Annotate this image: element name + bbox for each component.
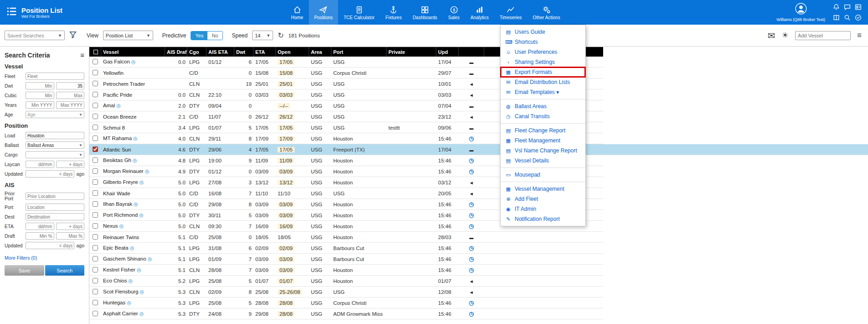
menu-item-notification-report[interactable]: ✎Notification Report xyxy=(501,214,585,224)
search-button[interactable]: Search xyxy=(45,265,85,276)
open-date-link[interactable]: 15/08 xyxy=(278,70,294,76)
vessel-info-icon[interactable]: ◎ xyxy=(140,179,144,185)
column-header-ais-eta[interactable]: AIS ETA xyxy=(207,47,234,57)
load-input[interactable] xyxy=(26,132,84,139)
menu-item-vessel-management[interactable]: ▦Vessel Management xyxy=(501,184,585,194)
vessel-info-icon[interactable]: ◎ xyxy=(139,212,144,218)
nav-tce-calculator[interactable]: TCE Calculator xyxy=(338,0,380,25)
menu-item-users-guide[interactable]: ▤Users Guide xyxy=(501,27,585,37)
open-date-link[interactable]: 02/09 xyxy=(278,246,294,251)
book-icon[interactable] xyxy=(832,13,841,22)
row-checkbox[interactable] xyxy=(93,300,98,305)
row-checkbox[interactable] xyxy=(93,157,98,163)
vessel-info-icon[interactable]: ◎ xyxy=(133,136,138,141)
vessel-info-icon[interactable]: ◎ xyxy=(140,289,144,294)
open-date-link[interactable]: 11/09 xyxy=(278,158,294,163)
brightness-icon[interactable]: ☀ xyxy=(782,31,789,39)
port-input[interactable] xyxy=(26,204,84,211)
row-checkbox[interactable] xyxy=(93,179,98,185)
open-date-link[interactable]: 26/12 xyxy=(278,114,294,120)
eta-input[interactable] xyxy=(26,223,54,230)
predictive-yes-button[interactable]: Yes xyxy=(191,31,207,40)
prior-port-input[interactable] xyxy=(26,193,84,200)
nav-dashboards[interactable]: Dashboards xyxy=(407,0,443,25)
age-select[interactable]: Age▼ xyxy=(26,111,84,118)
predictive-no-button[interactable]: No xyxy=(207,31,222,40)
open-date-link[interactable]: 17/05 xyxy=(278,147,294,152)
table-row[interactable]: Atlantic Sun4.6DTY29/06417/0517/05USGFre… xyxy=(89,144,868,155)
nav-positions[interactable]: Positions xyxy=(309,0,338,25)
table-row[interactable]: Reinauer Twins5.1C/D25/08018/0518/05USGH… xyxy=(89,232,603,243)
menu-item-add-fleet[interactable]: ⊕Add Fleet xyxy=(501,194,585,204)
vessel-info-icon[interactable]: ◎ xyxy=(137,267,141,272)
open-date-link[interactable]: 03/09 xyxy=(278,213,294,218)
row-checkbox[interactable] xyxy=(93,59,98,64)
open-date-link[interactable]: 17/05 xyxy=(278,59,294,65)
row-checkbox[interactable] xyxy=(93,311,98,316)
filter-icon[interactable] xyxy=(69,31,77,40)
column-header-ais-draft[interactable]: AIS Draft ↑ xyxy=(165,47,187,57)
row-checkbox[interactable] xyxy=(93,267,98,272)
open-date-link[interactable]: 03/09 xyxy=(278,169,294,174)
column-header-area[interactable]: Area xyxy=(309,47,331,57)
check-circle-icon[interactable] xyxy=(853,13,863,22)
laycan-input[interactable] xyxy=(56,161,85,168)
dwt-input[interactable] xyxy=(26,82,54,89)
menu-item-fleet-management[interactable]: ▦Fleet Management xyxy=(501,136,585,146)
vessel-info-icon[interactable]: ◎ xyxy=(145,168,150,174)
user-info-icon[interactable] xyxy=(853,3,863,12)
column-header-private[interactable]: Private xyxy=(387,47,436,57)
table-row[interactable]: Gaschem Shinano◎5.1LPG01/09703/0903/09US… xyxy=(89,254,603,265)
fleet-input[interactable] xyxy=(26,73,84,80)
vessel-info-icon[interactable]: ◎ xyxy=(133,157,137,163)
laycan-input[interactable] xyxy=(26,161,54,168)
menu-item-mousepad[interactable]: ▭Mousepad xyxy=(501,170,585,180)
menu-item-vsl-name-change-report[interactable]: ▤Vsl Name Change Report xyxy=(501,146,585,156)
column-header-dwt[interactable]: Dwt xyxy=(234,47,253,57)
email-icon[interactable]: ✉ xyxy=(768,31,775,40)
cubic-input[interactable] xyxy=(26,92,54,99)
table-row[interactable]: Scot Flensburg◎5.3CLN02/09825/0825-26/08… xyxy=(89,287,603,298)
open-date-link[interactable]: 25-26/08 xyxy=(278,289,302,295)
open-date-link[interactable]: 01/07 xyxy=(278,278,294,284)
row-checkbox[interactable] xyxy=(93,136,98,141)
menu-icon[interactable]: ≡ xyxy=(857,31,862,39)
bell-icon[interactable] xyxy=(832,3,841,12)
open-date-link[interactable]: 25/01 xyxy=(278,81,294,87)
table-row[interactable]: Eco Chios◎5.2LPG25/08501/0701/07USGHoust… xyxy=(89,276,603,287)
open-date-link[interactable]: 16/09 xyxy=(278,224,294,229)
open-date-link[interactable]: 17/05 xyxy=(278,125,294,131)
row-checkbox[interactable] xyxy=(93,114,98,119)
column-header-eta[interactable]: ETA xyxy=(253,47,276,57)
updated-input[interactable] xyxy=(26,170,74,178)
row-checkbox[interactable] xyxy=(93,190,98,196)
menu-item-ballast-areas[interactable]: ◍Ballast Areas xyxy=(501,101,585,111)
nav-fixtures[interactable]: Fixtures xyxy=(380,0,408,25)
row-checkbox[interactable] xyxy=(93,223,98,229)
menu-item-email-templates[interactable]: ✉Email Templates ▾ xyxy=(501,87,585,97)
row-checkbox[interactable] xyxy=(93,278,98,283)
row-checkbox[interactable] xyxy=(93,234,98,240)
menu-item-fleet-change-report[interactable]: ▤Fleet Change Report xyxy=(501,125,585,136)
row-checkbox[interactable] xyxy=(93,70,98,75)
search-icon[interactable] xyxy=(842,13,852,22)
open-date-link[interactable]: 28/08 xyxy=(278,300,294,306)
menu-item-sharing-settings[interactable]: ‹Sharing Settings xyxy=(501,57,585,67)
nav-analytics[interactable]: Analytics xyxy=(465,0,494,25)
open-date-link[interactable]: 03/09 xyxy=(278,267,294,273)
open-date-link[interactable]: 03/03 xyxy=(278,92,294,98)
column-header-status[interactable] xyxy=(459,47,484,57)
row-checkbox[interactable] xyxy=(93,146,98,152)
cargo-select[interactable]: ▼ xyxy=(26,151,84,158)
years-input[interactable] xyxy=(56,101,85,109)
user-cluster[interactable]: Williams (Q88 Broker Test) xyxy=(776,3,825,22)
row-checkbox[interactable] xyxy=(93,125,98,130)
vessel-info-icon[interactable]: ◎ xyxy=(134,201,138,207)
table-row[interactable]: Huntegas◎5.3LPG25/08528/0828/08USGCorpus… xyxy=(89,298,603,308)
vessel-info-icon[interactable]: ◎ xyxy=(119,223,124,229)
vessel-info-icon[interactable]: ◎ xyxy=(148,256,152,261)
row-checkbox[interactable] xyxy=(93,256,98,261)
vessel-info-icon[interactable]: ◎ xyxy=(127,300,131,305)
nav-timeseries[interactable]: Timeseries xyxy=(494,0,527,25)
eta-input[interactable] xyxy=(56,223,85,230)
